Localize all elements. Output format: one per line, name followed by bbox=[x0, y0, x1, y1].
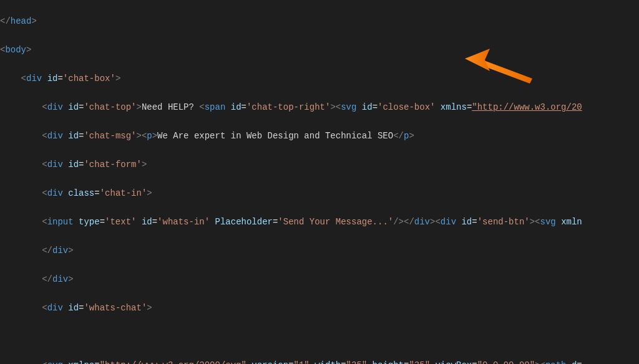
code-line: <div class='chat-in'> bbox=[0, 186, 639, 201]
code-line: <div id='chat-box'> bbox=[0, 72, 639, 86]
code-line: </div> bbox=[0, 272, 639, 287]
code-line: <div id='chat-msg'><p>We Are expert in W… bbox=[0, 129, 639, 143]
code-line: </head> bbox=[0, 14, 639, 29]
code-line: <div id='chat-form'> bbox=[0, 158, 639, 172]
code-line: <body> bbox=[0, 43, 639, 57]
code-line: <svg xmlns="http://www.w3.org/2000/svg" … bbox=[0, 358, 639, 364]
code-line: <div id='whats-chat'> bbox=[0, 301, 639, 315]
code-line: <input type='text' id='whats-in' Placeho… bbox=[0, 215, 639, 229]
code-line: <div id='chat-top'>Need HELP? <span id='… bbox=[0, 100, 639, 115]
code-editor[interactable]: </head> <body> <div id='chat-box'> <div … bbox=[0, 0, 639, 364]
code-line bbox=[0, 330, 639, 344]
code-line: </div> bbox=[0, 244, 639, 258]
